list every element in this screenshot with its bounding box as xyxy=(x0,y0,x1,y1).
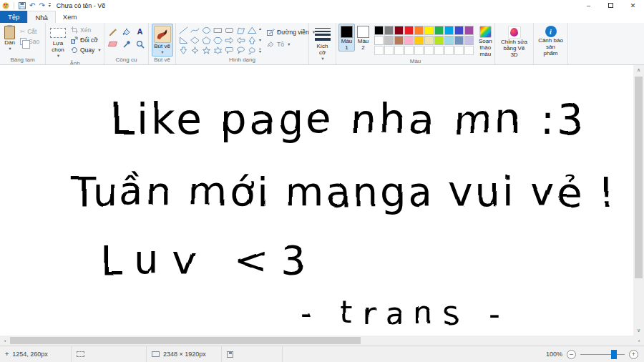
palette-color-cell[interactable] xyxy=(424,26,434,35)
gallery-up-icon[interactable]: ▴ xyxy=(259,26,261,31)
color2-button[interactable]: Màu 2 xyxy=(355,24,371,52)
select-button[interactable]: Lựa chọn▼ xyxy=(48,24,68,60)
shape-callout-rounded[interactable] xyxy=(224,46,235,55)
drawing-canvas[interactable]: Like page nha mn :3 Tuần mới manga vui v… xyxy=(0,65,633,336)
shape-arrow-up[interactable] xyxy=(247,36,258,45)
alerts-label: Cảnh báo sản phẩm xyxy=(538,37,563,57)
paste-button[interactable]: Dán▼ xyxy=(2,24,17,53)
palette-empty-cell[interactable] xyxy=(454,46,464,55)
palette-color-cell[interactable] xyxy=(454,36,464,45)
palette-color-cell[interactable] xyxy=(464,36,474,45)
edit-colors-button[interactable]: Soạn thảo màu xyxy=(477,24,494,58)
crop-button[interactable]: Xén xyxy=(69,25,103,35)
cut-button[interactable]: ✂ Cắt xyxy=(19,26,41,36)
shape-arrow-right[interactable] xyxy=(224,36,235,45)
shape-arrow-down[interactable] xyxy=(178,46,189,55)
color-picker-tool-button[interactable] xyxy=(120,39,132,49)
handwriting-line-1: Like page nha mn :3 xyxy=(111,95,583,144)
palette-color-cell[interactable] xyxy=(374,36,384,45)
scroll-left-icon[interactable]: ‹ xyxy=(0,338,10,344)
zoom-slider-thumb[interactable] xyxy=(611,350,617,359)
palette-color-cell[interactable] xyxy=(414,26,424,35)
eraser-tool-button[interactable] xyxy=(107,39,119,49)
palette-empty-cell[interactable] xyxy=(374,46,384,55)
palette-color-cell[interactable] xyxy=(434,36,444,45)
shape-triangle[interactable] xyxy=(247,26,258,35)
shape-star-5[interactable] xyxy=(201,46,212,55)
palette-empty-cell[interactable] xyxy=(434,46,444,55)
gallery-more-icon[interactable]: ▾ xyxy=(259,49,261,54)
palette-color-cell[interactable] xyxy=(414,36,424,45)
shape-rectangle[interactable] xyxy=(213,26,223,35)
palette-color-cell[interactable] xyxy=(444,26,454,35)
shape-rounded-rectangle[interactable] xyxy=(224,26,235,35)
shape-hexagon[interactable] xyxy=(213,36,223,45)
brushes-button[interactable]: Bút vẽ▼ xyxy=(152,24,173,57)
qat-menu-button[interactable]: ▾ xyxy=(49,3,51,8)
zoom-out-button[interactable]: – xyxy=(567,350,576,359)
vertical-scrollbar[interactable]: ∧ ∨ xyxy=(633,65,644,336)
shape-arrow-left[interactable] xyxy=(235,36,246,45)
palette-color-cell[interactable] xyxy=(444,36,454,45)
palette-color-cell[interactable] xyxy=(454,26,464,35)
rotate-button[interactable]: Quay▼ xyxy=(69,45,103,55)
palette-color-cell[interactable] xyxy=(434,26,444,35)
shape-star-6[interactable] xyxy=(213,46,223,55)
copy-button[interactable]: Sao xyxy=(19,36,41,47)
tab-view[interactable]: Xem xyxy=(56,11,84,23)
scroll-down-icon[interactable]: ∨ xyxy=(633,326,644,336)
maximize-button[interactable] xyxy=(600,0,622,11)
fill-tool-button[interactable] xyxy=(120,26,132,37)
horizontal-scroll-thumb[interactable] xyxy=(10,337,361,344)
palette-color-cell[interactable] xyxy=(394,36,404,45)
palette-empty-cell[interactable] xyxy=(464,46,474,55)
size-button[interactable]: Kích cỡ▼ xyxy=(311,24,333,63)
edit-with-paint3d-button[interactable]: Chỉnh sửa bằng Vẽ 3D xyxy=(497,24,531,59)
close-button[interactable]: ✕ xyxy=(622,0,644,11)
quick-access-toolbar: ↶ ↷ ▾ xyxy=(2,2,51,9)
tab-file[interactable]: Tệp xyxy=(0,11,27,23)
palette-color-cell[interactable] xyxy=(374,26,384,35)
undo-button[interactable]: ↶ xyxy=(29,2,35,9)
palette-color-cell[interactable] xyxy=(384,36,394,45)
shape-ellipse[interactable] xyxy=(201,26,212,35)
shape-callout-oval[interactable] xyxy=(235,46,246,55)
shape-line[interactable] xyxy=(178,26,189,35)
pencil-tool-button[interactable] xyxy=(107,26,119,37)
palette-empty-cell[interactable] xyxy=(394,46,404,55)
shape-diamond[interactable] xyxy=(190,36,200,45)
palette-color-cell[interactable] xyxy=(424,36,434,45)
tab-home[interactable]: Nhà xyxy=(27,11,55,23)
palette-color-cell[interactable] xyxy=(404,26,414,35)
palette-empty-cell[interactable] xyxy=(404,46,414,55)
palette-color-cell[interactable] xyxy=(384,26,394,35)
zoom-in-button[interactable]: + xyxy=(629,350,638,359)
horizontal-scrollbar[interactable]: ‹ › xyxy=(0,336,644,346)
text-tool-button[interactable]: A xyxy=(134,26,146,37)
scroll-up-icon[interactable]: ∧ xyxy=(633,65,644,75)
save-icon[interactable] xyxy=(19,2,26,9)
zoom-slider[interactable] xyxy=(580,354,625,355)
resize-button[interactable]: Đổi cỡ xyxy=(69,35,103,45)
palette-empty-cell[interactable] xyxy=(384,46,394,55)
palette-empty-cell[interactable] xyxy=(424,46,434,55)
palette-color-cell[interactable] xyxy=(404,36,414,45)
shape-callout-cloud[interactable] xyxy=(247,46,258,55)
scroll-right-icon[interactable]: › xyxy=(634,338,644,344)
palette-color-cell[interactable] xyxy=(394,26,404,35)
gallery-down-icon[interactable]: ▾ xyxy=(259,38,261,43)
minimize-button[interactable]: – xyxy=(577,0,600,11)
shape-right-triangle[interactable] xyxy=(178,36,189,45)
product-alerts-button[interactable]: i Cảnh báo sản phẩm xyxy=(536,24,565,57)
palette-color-cell[interactable] xyxy=(464,26,474,35)
vertical-scroll-thumb[interactable] xyxy=(635,77,643,278)
shape-pentagon[interactable] xyxy=(201,36,212,45)
shape-star-4[interactable] xyxy=(190,46,200,55)
magnifier-tool-button[interactable] xyxy=(134,39,146,49)
color1-button[interactable]: Màu 1 xyxy=(338,24,355,52)
palette-empty-cell[interactable] xyxy=(444,46,454,55)
redo-button[interactable]: ↷ xyxy=(39,2,44,9)
shape-curve[interactable] xyxy=(190,26,200,35)
palette-empty-cell[interactable] xyxy=(414,46,424,55)
shape-polygon[interactable] xyxy=(235,26,246,35)
